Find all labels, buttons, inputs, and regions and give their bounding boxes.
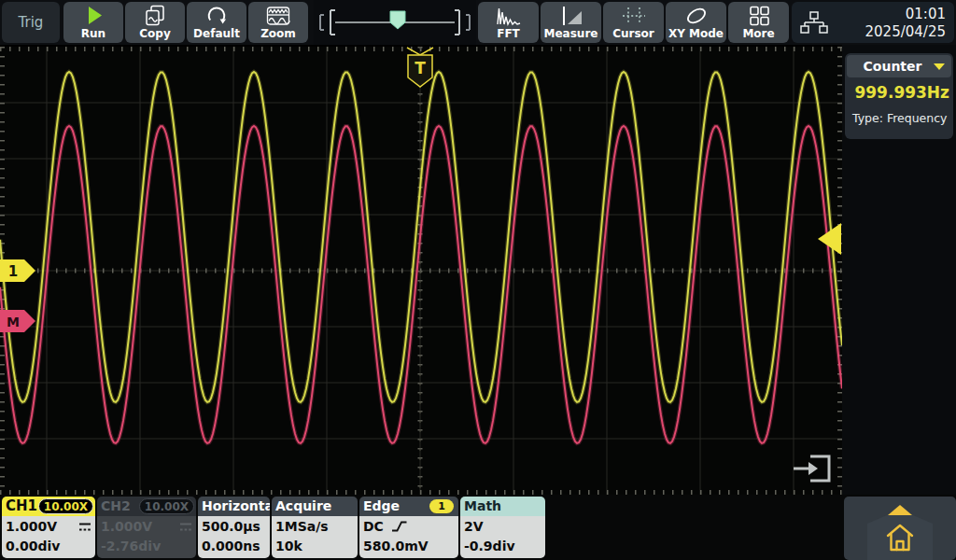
ch2-name: CH2 xyxy=(101,498,131,513)
trig-label: Trig xyxy=(19,14,44,31)
copy-button[interactable]: Copy xyxy=(125,2,185,43)
trigger-coupling: DC xyxy=(363,519,384,534)
run-play-icon xyxy=(82,5,105,31)
horizontal-position-slider[interactable] xyxy=(314,0,476,45)
xy-ellipse-icon xyxy=(684,5,709,31)
counter-value: 999.993Hz xyxy=(845,83,949,102)
ch2-block[interactable]: CH2 10.00X 1.000V -2.76div xyxy=(97,497,196,558)
ch2-scale: 1.000V xyxy=(101,519,152,534)
waveform-display: T 1 M xyxy=(0,47,842,495)
ch1-offset: 0.00div xyxy=(6,537,95,556)
clock-date: 2025/04/25 xyxy=(865,23,946,41)
delay-value: 0.000ns xyxy=(202,537,270,556)
default-reset-icon xyxy=(205,5,228,31)
ch2-probe-badge: 10.00X xyxy=(139,498,194,514)
math-offset: -0.9div xyxy=(464,537,545,556)
xy-mode-button[interactable]: XY Mode xyxy=(666,2,726,43)
more-button[interactable]: More xyxy=(728,2,789,43)
math-title: Math xyxy=(460,497,545,516)
dc-coupling-icon xyxy=(78,522,91,532)
home-icon xyxy=(884,521,916,554)
run-button[interactable]: Run xyxy=(63,2,123,43)
cursor-crosshair-icon xyxy=(622,5,646,31)
bottom-status-bar: CH1 10.00X 1.000V 0.00div CH2 10.00X xyxy=(0,495,956,560)
measure-icon xyxy=(559,5,583,31)
default-button[interactable]: Default xyxy=(187,2,246,43)
counter-header[interactable]: Counter xyxy=(847,55,951,77)
math-marker-label: M xyxy=(7,315,20,329)
fft-button[interactable]: FFT xyxy=(478,2,539,43)
more-grid-icon xyxy=(748,5,770,31)
fft-spectrum-icon xyxy=(497,5,521,31)
trigger-level-value: 580.0mV xyxy=(363,537,458,556)
ch1-marker-label: 1 xyxy=(8,263,18,280)
math-level-marker[interactable]: M xyxy=(0,310,35,332)
acquire-block[interactable]: Acquire 1MSa/s 10k xyxy=(272,497,358,558)
math-scale: 2V xyxy=(464,516,545,537)
clock-block: 01:01 2025/04/25 xyxy=(792,2,954,43)
timebase-value: 500.0µs xyxy=(202,516,270,537)
acquire-title: Acquire xyxy=(272,497,358,516)
cursor-button[interactable]: Cursor xyxy=(603,2,664,43)
measure-button[interactable]: Measure xyxy=(541,2,601,43)
ch2-offset: -2.76div xyxy=(101,537,196,556)
rising-edge-icon xyxy=(391,520,408,533)
copy-icon xyxy=(144,5,166,31)
collapse-up-button[interactable] xyxy=(888,501,912,519)
ch1-name: CH1 xyxy=(6,497,37,514)
right-sidebar: Counter 999.993Hz Type: Frequency xyxy=(842,45,956,495)
counter-type: Type: Frequency xyxy=(852,111,947,125)
horizontal-block[interactable]: Horizontal 500.0µs 0.000ns xyxy=(198,497,270,558)
slider-position-marker[interactable] xyxy=(390,11,405,29)
corner-menu-panel xyxy=(844,497,956,560)
trigger-flag-label: T xyxy=(415,59,426,77)
trig-status-button[interactable]: Trig xyxy=(2,2,60,43)
ch1-level-marker[interactable]: 1 xyxy=(0,259,35,282)
up-arrow-icon xyxy=(888,505,912,515)
trigger-type-title: Edge xyxy=(363,498,400,513)
dc-coupling-icon xyxy=(179,522,192,532)
oscilloscope-screen: Trig Run Copy xyxy=(0,0,956,560)
trigger-source-badge: 1 xyxy=(429,499,454,513)
ch1-probe-badge: 10.00X xyxy=(38,498,93,514)
ch1-block[interactable]: CH1 10.00X 1.000V 0.00div xyxy=(2,497,95,558)
counter-card: Counter 999.993Hz Type: Frequency xyxy=(845,53,953,139)
sample-rate-value: 1MSa/s xyxy=(275,516,358,537)
home-button[interactable] xyxy=(884,521,916,558)
horizontal-title: Horizontal xyxy=(198,497,270,516)
top-toolbar: Trig Run Copy xyxy=(0,0,956,45)
wave-zoom-icon xyxy=(266,5,290,31)
ch1-scale: 1.000V xyxy=(6,519,57,534)
memory-depth-value: 10k xyxy=(275,537,358,556)
zoom-button[interactable]: Zoom xyxy=(248,2,308,43)
math-block[interactable]: Math 2V -0.9div xyxy=(460,497,545,558)
counter-title: Counter xyxy=(864,59,922,74)
expand-icon[interactable] xyxy=(794,456,829,481)
clock-time: 01:01 xyxy=(865,6,946,23)
network-icon xyxy=(800,11,828,35)
chevron-down-icon[interactable] xyxy=(934,63,945,71)
trigger-block[interactable]: Edge 1 DC 580.0mV xyxy=(359,497,458,558)
